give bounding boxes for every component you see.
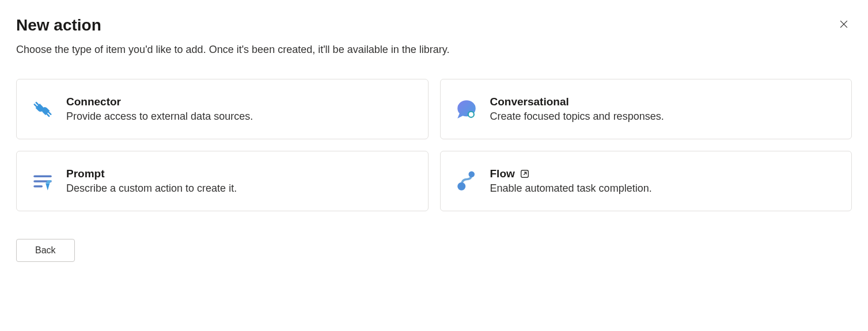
card-conversational-title: Conversational [490, 96, 664, 108]
action-type-grid: Connector Provide access to external dat… [16, 79, 852, 211]
svg-point-10 [457, 182, 465, 190]
card-conversational[interactable]: Conversational Create focused topics and… [440, 79, 852, 139]
card-connector-title: Connector [66, 96, 253, 108]
svg-rect-7 [33, 175, 52, 177]
prompt-icon [31, 169, 55, 193]
card-conversational-desc: Create focused topics and responses. [490, 111, 664, 123]
svg-point-11 [468, 171, 475, 177]
svg-rect-9 [33, 185, 43, 188]
card-flow-title: Flow [490, 168, 515, 180]
back-button[interactable]: Back [16, 239, 75, 262]
page-title: New action [16, 16, 101, 35]
close-icon [838, 18, 850, 32]
flow-icon [454, 169, 479, 193]
conversational-icon [454, 97, 479, 121]
external-link-icon [520, 169, 530, 179]
card-prompt-title: Prompt [66, 168, 237, 180]
card-connector-desc: Provide access to external data sources. [66, 111, 253, 123]
card-connector[interactable]: Connector Provide access to external dat… [16, 79, 429, 139]
close-button[interactable] [836, 16, 852, 34]
card-flow-desc: Enable automated task completion. [490, 182, 652, 195]
connector-icon [31, 97, 55, 121]
card-prompt-desc: Describe a custom action to create it. [66, 182, 237, 195]
card-flow[interactable]: Flow Enable automated task completion. [440, 151, 852, 211]
card-prompt[interactable]: Prompt Describe a custom action to creat… [16, 151, 429, 211]
page-subtitle: Choose the type of item you'd like to ad… [16, 44, 852, 56]
